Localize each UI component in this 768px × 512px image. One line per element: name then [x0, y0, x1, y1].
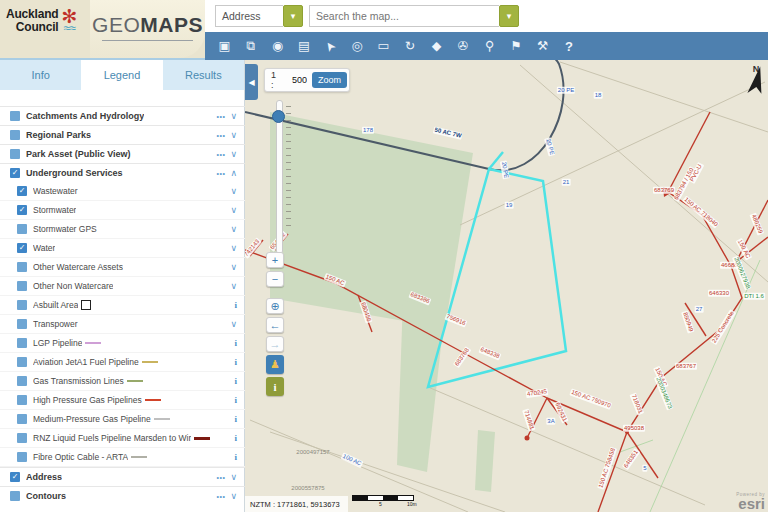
layer-checkbox[interactable] [17, 395, 27, 405]
chevron-down-icon[interactable]: ∨ [230, 224, 237, 234]
layer-menu-dots[interactable]: ••• [217, 132, 226, 139]
layer-menu-dots[interactable]: ••• [217, 170, 226, 177]
layer-item-transpower[interactable]: Transpower∨ [0, 315, 245, 334]
layer-item-stormwater-gps[interactable]: Stormwater GPS∨ [0, 220, 245, 239]
layer-info-icon[interactable]: i [234, 414, 237, 424]
locate-target-icon[interactable]: ◎ [350, 40, 365, 53]
tab-info[interactable]: Info [0, 60, 81, 90]
layers-copy-icon[interactable]: ⧉ [244, 40, 259, 53]
layer-info-icon[interactable]: i [234, 376, 237, 386]
history-refresh-icon[interactable]: ↻ [403, 40, 418, 53]
bookmark-flag-icon[interactable]: ⚑ [509, 40, 524, 53]
layer-checkbox[interactable] [17, 433, 27, 443]
chevron-down-icon[interactable]: ∨ [230, 205, 237, 215]
zoom-slider-track[interactable] [276, 100, 283, 254]
layer-checkbox-checked[interactable]: ✓ [17, 205, 27, 215]
chevron-down-icon[interactable]: ∨ [230, 281, 237, 291]
chevron-down-icon[interactable]: ∨ [230, 491, 237, 501]
layer-item-gas-transmission-lines[interactable]: Gas Transmission Linesi [0, 372, 245, 391]
chevron-down-icon[interactable]: ∨ [230, 262, 237, 272]
zoom-slider-handle[interactable] [272, 110, 285, 123]
layer-item-lgp-pipeline[interactable]: LGP Pipelinei [0, 334, 245, 353]
chevron-down-icon[interactable]: ∨ [230, 130, 237, 140]
layer-checkbox[interactable] [10, 111, 20, 121]
layer-item-wastewater[interactable]: ✓Wastewater∨ [0, 182, 245, 201]
layer-item-stormwater[interactable]: ✓Stormwater∨ [0, 201, 245, 220]
layer-item-other-non-watercare[interactable]: Other Non Watercare∨ [0, 277, 245, 296]
chevron-up-icon[interactable]: ∧ [230, 168, 237, 178]
layer-menu-dots[interactable]: ••• [217, 151, 226, 158]
chevron-down-icon[interactable]: ∨ [230, 149, 237, 159]
zoom-slider[interactable] [273, 100, 289, 252]
layer-info-icon[interactable]: i [234, 300, 237, 310]
layer-checkbox[interactable] [17, 414, 27, 424]
zoom-in-button[interactable]: + [266, 252, 284, 268]
layer-item-park-asset-public-view[interactable]: Park Asset (Public View)•••∨ [0, 144, 245, 163]
layer-item-high-pressure-gas-pipelines[interactable]: High Pressure Gas Pipelinesi [0, 391, 245, 410]
layer-item-fibre-optic-cable-arta[interactable]: Fibre Optic Cable - ARTAi [0, 448, 245, 467]
layer-info-icon[interactable]: i [234, 452, 237, 462]
zoom-out-button[interactable]: − [266, 271, 284, 287]
location-pin-icon[interactable]: ⚲ [482, 40, 497, 53]
layer-info-icon[interactable]: i [234, 357, 237, 367]
chevron-down-icon[interactable]: ∨ [230, 186, 237, 196]
layer-checkbox-checked[interactable]: ✓ [17, 186, 27, 196]
search-input[interactable] [309, 5, 499, 27]
forward-extent-button[interactable]: → [266, 336, 284, 352]
map-viewport[interactable]: 20 PE1817850 AC 7W20 PE20 PE2119273A5100… [245, 60, 768, 512]
layer-checkbox[interactable] [17, 224, 27, 234]
map-info-button[interactable]: i [266, 377, 284, 396]
layer-item-underground-services[interactable]: ✓Underground Services•••∧ [0, 163, 245, 182]
back-extent-button[interactable]: ← [266, 317, 284, 333]
layer-checkbox[interactable] [17, 300, 27, 310]
layer-checkbox[interactable] [10, 149, 20, 159]
layer-checkbox-checked[interactable]: ✓ [10, 472, 20, 482]
layer-item-asbuilt-area[interactable]: Asbuilt Areai [0, 296, 245, 315]
layer-checkbox[interactable] [17, 281, 27, 291]
layer-checkbox-checked[interactable]: ✓ [17, 243, 27, 253]
layer-menu-dots[interactable]: ••• [217, 493, 226, 500]
layer-checkbox[interactable] [10, 491, 20, 501]
chevron-down-icon[interactable]: ∨ [230, 111, 237, 121]
layer-item-other-watercare-assets[interactable]: Other Watercare Assets∨ [0, 258, 245, 277]
layer-item-contours[interactable]: Contours•••∨ [0, 486, 245, 505]
category-dropdown-button[interactable]: ▾ [283, 5, 303, 27]
tab-results[interactable]: Results [163, 60, 244, 90]
search-category-select[interactable]: Address [215, 5, 283, 27]
layer-info-icon[interactable]: i [234, 395, 237, 405]
chevron-down-icon[interactable]: ∨ [230, 319, 237, 329]
layer-menu-dots[interactable]: ••• [217, 113, 226, 120]
measure-icon[interactable]: ▭ [376, 40, 391, 53]
scale-value-input[interactable] [281, 71, 309, 89]
globe-home-button[interactable]: ⊕ [266, 298, 284, 314]
layer-menu-dots[interactable]: ••• [217, 474, 226, 481]
layer-checkbox[interactable] [17, 452, 27, 462]
layer-checkbox[interactable] [17, 338, 27, 348]
chevron-down-icon[interactable]: ∨ [230, 243, 237, 253]
layer-item-medium-pressure-gas-pipeline[interactable]: Medium-Pressure Gas Pipelinei [0, 410, 245, 429]
print-icon[interactable]: ▤ [297, 40, 312, 53]
layer-checkbox[interactable] [17, 262, 27, 272]
layer-info-icon[interactable]: i [234, 433, 237, 443]
layer-item-address[interactable]: ✓Address•••∨ [0, 467, 245, 486]
layer-checkbox-checked[interactable]: ✓ [10, 168, 20, 178]
help-icon[interactable]: ? [562, 40, 577, 53]
layer-info-icon[interactable]: i [234, 338, 237, 348]
water-drop-icon[interactable]: ◆ [429, 40, 444, 53]
layer-item-catchments-and-hydrology[interactable]: Catchments And Hydrology•••∨ [0, 106, 245, 125]
select-cursor-icon[interactable]: ➤ [321, 36, 340, 55]
layer-checkbox[interactable] [17, 357, 27, 367]
streetview-button[interactable]: ♟ [266, 355, 284, 374]
tab-legend[interactable]: Legend [81, 60, 162, 90]
layer-checkbox[interactable] [10, 130, 20, 140]
cctv-camera-icon[interactable]: ✇ [456, 40, 471, 53]
layer-item-water[interactable]: ✓Water∨ [0, 239, 245, 258]
zoom-button[interactable]: Zoom [312, 72, 347, 88]
layer-item-aviation-jeta1-fuel-pipeline[interactable]: Aviation JetA1 Fuel Pipelinei [0, 353, 245, 372]
chevron-down-icon[interactable]: ∨ [230, 472, 237, 482]
search-go-button[interactable]: ▾ [499, 5, 519, 27]
layer-checkbox[interactable] [17, 376, 27, 386]
eye-visibility-icon[interactable]: ◉ [270, 40, 285, 53]
tools-icon[interactable]: ⚒ [535, 40, 550, 53]
sidebar-collapse-button[interactable]: ◀ [245, 64, 258, 100]
